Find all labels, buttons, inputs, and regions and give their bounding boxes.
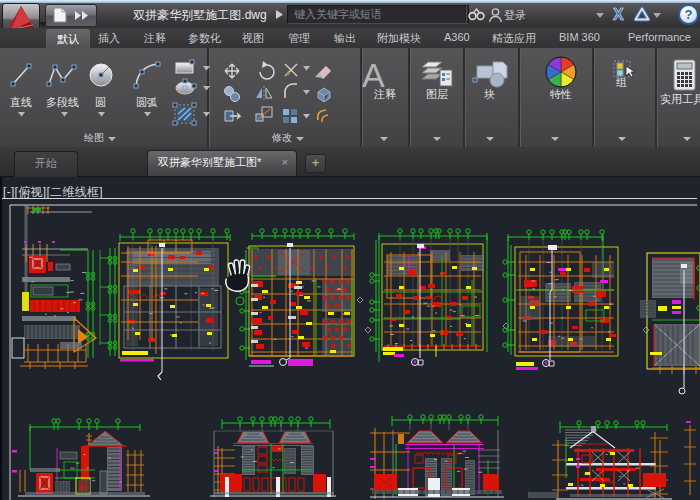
svg-text:A: A [362,56,385,94]
svg-text:X: X [613,6,624,23]
